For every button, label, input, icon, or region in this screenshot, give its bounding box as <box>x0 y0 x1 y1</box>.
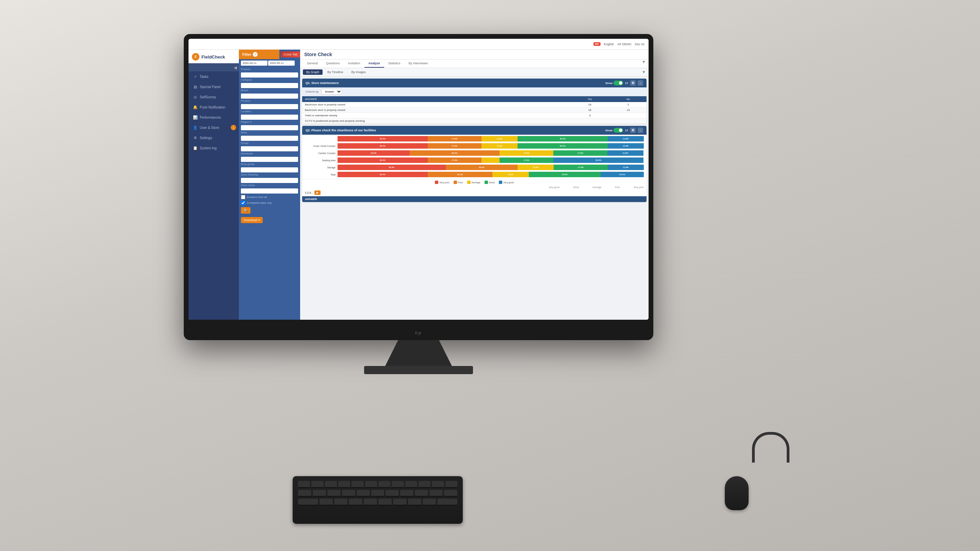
filter-field-group: Group <box>241 141 298 151</box>
q2-block: Q2. Please check the cleanliness of our … <box>302 126 646 202</box>
q1-settings-icon[interactable]: ⚙ <box>630 80 636 86</box>
sidebar-label-user-store: User & Store <box>200 126 219 130</box>
q2-legend: Very poor Poor Average <box>302 179 646 185</box>
column-by-select[interactable]: Answer <box>321 89 342 95</box>
q2-bar-row-0: 29.4% 17.6% 11.8% 29.4% 11.8% <box>305 136 644 141</box>
filter-store-ranking-input[interactable] <box>241 178 298 183</box>
tab-invitation[interactable]: Invitation <box>344 60 364 68</box>
page-btn[interactable]: ▶ <box>314 191 321 195</box>
bar-seg-avg-4: 11.8% <box>517 165 554 170</box>
filter-group-label: Group <box>241 141 298 144</box>
score-header-poor: Poor <box>615 186 620 189</box>
search-button[interactable]: 🔍 <box>241 207 250 214</box>
sidebar-item-special-panel[interactable]: ▤ Special Panel <box>189 82 239 92</box>
date-from-input[interactable] <box>241 60 267 66</box>
key <box>356 490 370 497</box>
key <box>364 499 377 505</box>
filter-distributor-input[interactable] <box>241 157 298 162</box>
cross-tab-btn[interactable]: Cross-Tab <box>281 51 300 57</box>
q1-table: ANSWER Yes No Backroom door is properly … <box>302 96 646 124</box>
tab-analyze[interactable]: Analyze <box>364 60 384 68</box>
tabs-chevron[interactable]: ▼ <box>642 60 646 68</box>
answers-from-all-checkbox[interactable] <box>241 195 245 199</box>
keyboard <box>293 476 463 524</box>
sidebar-item-user-store[interactable]: 👤 User & Store 1 <box>189 122 239 133</box>
filter-area-group-input[interactable] <box>241 167 298 172</box>
legend-very-poor-box <box>435 181 438 184</box>
legend-very-good: Very good <box>499 181 514 184</box>
q1-toggle[interactable]: Show <box>605 81 623 86</box>
filter-field-area-group: Area group <box>241 163 298 172</box>
q1-download-icon[interactable]: ↓ <box>638 80 643 86</box>
sub-tab-by-graph[interactable]: By Graph <box>303 69 323 75</box>
key <box>327 490 340 497</box>
filter-field-brand: Brand <box>241 89 298 98</box>
sidebar-collapse-btn[interactable]: ◀ <box>189 63 239 71</box>
sidebar-item-system-log[interactable]: 📋 System log <box>189 143 239 153</box>
filter-store-name-label: Store name <box>241 184 298 187</box>
sub-tabs-chevron[interactable]: ▼ <box>642 70 646 75</box>
q1-row4-yes <box>570 118 610 124</box>
collapse-icon: ◀ <box>234 65 237 70</box>
settings-icon: ⚙ <box>193 135 198 140</box>
filter-field-product1: Product <box>241 68 298 78</box>
sidebar-item-settings[interactable]: ⚙ Settings <box>189 133 239 143</box>
answer-section-label: ANSWER <box>302 196 646 202</box>
q1-block: Q1. Store maintenance Show 17 ⚙ <box>302 79 646 124</box>
q2-toggle[interactable]: Show <box>605 128 623 133</box>
user-store-icon: 👤 <box>193 125 198 130</box>
sub-tab-by-images[interactable]: By Images <box>348 69 369 75</box>
tab-questions[interactable]: Questions <box>322 60 344 68</box>
sidebar-item-push-notification[interactable]: 🔔 Push Notification <box>189 102 239 112</box>
bar-seg-vgood-4: 11.8% <box>608 165 644 170</box>
q2-toggle-switch[interactable] <box>614 128 623 133</box>
filter-category-input[interactable] <box>241 83 298 88</box>
completed-data-checkbox[interactable] <box>241 201 245 205</box>
q1-row1-no: 2 <box>610 102 646 108</box>
q2-chart: 29.4% 17.6% 11.8% 29.4% 11.8% Food / Dri… <box>302 135 646 177</box>
filter-badge: 7 <box>253 52 258 57</box>
filter-store-name-input[interactable] <box>241 189 298 194</box>
q2-bar-2: 23.5% 29.4% 17.6% 17.6% 11.8% <box>337 150 644 156</box>
filter-product-input[interactable] <box>241 73 298 78</box>
key <box>393 499 406 505</box>
q1-title-text: Store maintenance <box>311 81 339 85</box>
filter-region2-input[interactable] <box>241 125 298 130</box>
filter-brand-input[interactable] <box>241 94 298 98</box>
tab-by-interviewer[interactable]: By Interviewer <box>404 60 432 68</box>
sidebar-item-performances[interactable]: 📊 Performances <box>189 112 239 122</box>
legend-good-box <box>485 181 488 184</box>
key-row-3 <box>298 499 457 505</box>
q1-toggle-switch[interactable] <box>614 81 623 86</box>
filter-product2-input[interactable] <box>241 104 298 109</box>
headphones <box>752 432 789 462</box>
filter-location-input[interactable] <box>241 114 298 120</box>
date-to-input[interactable] <box>268 60 295 66</box>
bar-seg-poor-2: 29.4% <box>410 150 500 156</box>
tab-general[interactable]: General <box>303 60 322 68</box>
key <box>349 499 362 505</box>
sidebar-item-tasks[interactable]: ✓ Tasks <box>189 71 239 82</box>
performances-icon: 📊 <box>193 115 198 120</box>
sub-tab-by-timeline[interactable]: By Timeline <box>324 69 347 75</box>
tab-statistics[interactable]: Statistics <box>384 60 404 68</box>
bar-seg-good-4: 17.6% <box>554 165 608 170</box>
bar-seg-good-3: 17.6% <box>500 157 553 163</box>
q2-download-icon[interactable]: ↓ <box>638 127 643 133</box>
score-header-good: Good <box>573 186 579 189</box>
filter-field-distributor: Distributor <box>241 152 298 162</box>
q2-settings-icon[interactable]: ⚙ <box>630 127 636 133</box>
bar-seg-poor-3: 17.6% <box>428 157 482 163</box>
bar-seg-vgood-3: 29.4% <box>553 157 643 163</box>
download-button[interactable]: Download ▾ <box>241 217 263 223</box>
table-row: Backroom door is properly closed 18 14 <box>302 108 646 113</box>
selfsurvey-icon: ◎ <box>193 95 198 99</box>
filter-group-input[interactable] <box>241 146 298 151</box>
sidebar-item-selfsurvey[interactable]: ◎ SelfSurvey <box>189 92 239 102</box>
legend-good: Good <box>485 181 495 184</box>
language-selector[interactable]: English <box>604 43 614 46</box>
filter-panel: Filter 7 Cross-Tab Product <box>239 50 300 320</box>
sidebar-label-settings: Settings <box>200 136 212 140</box>
q2-bar-label-1: Food / Drink Counter <box>305 145 336 147</box>
filter-area-input[interactable] <box>241 136 298 141</box>
